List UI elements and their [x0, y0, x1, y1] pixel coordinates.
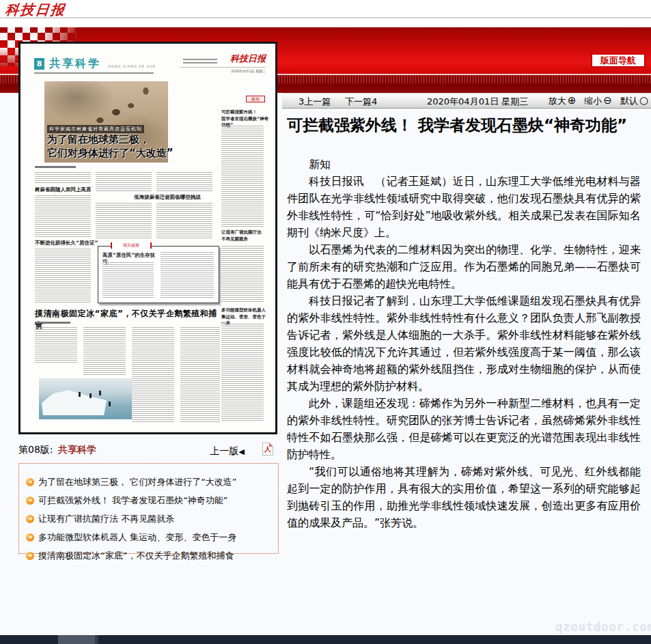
text-placeholder	[83, 327, 126, 375]
thumb-right-tag: 新知	[246, 96, 265, 102]
toolbar-date: 2020年04月01日 星期三	[427, 96, 528, 108]
thumb-section-pinyin: GONG XIANG KE XUE	[108, 64, 156, 68]
penguins-photo	[39, 378, 132, 419]
edition-info-row: 第08版: 共享科学 上一版◀ 人	[18, 443, 280, 459]
text-placeholder	[35, 172, 91, 184]
article-paragraph: 科技日报记者了解到，山东理工大学低维课题组发现石墨炔具有优异的紫外非线性特性。紫…	[287, 292, 641, 395]
zoom-in-label: 放大	[549, 95, 566, 107]
text-placeholder	[180, 327, 220, 423]
zoom-out-icon: ⊖	[603, 96, 612, 106]
thumb-masthead-rule	[34, 72, 154, 74]
list-arrow-icon: ➜	[26, 478, 34, 486]
article-list-item[interactable]: ➜ 摸清南极固定冰“家底”，不仅关乎企鹅繁殖和捕食	[26, 546, 278, 565]
article-list-box: ➜ 为了留在地球第三极， 它们对身体进行了“大改造” ➜ 可拦截强紫外线！ 我学…	[18, 463, 279, 554]
list-arrow-icon: ➜	[26, 496, 34, 505]
zoom-in-button[interactable]: 放大 ⊕	[549, 95, 577, 107]
thumb-byline	[35, 322, 70, 324]
default-size-button[interactable]: 默认 ○	[620, 95, 648, 107]
default-size-label: 默认	[620, 95, 638, 107]
text-placeholder	[35, 327, 77, 363]
thumb-subheading-2: 低海拔麻雀迁徙面临哪些挑战	[116, 194, 219, 201]
bottom-bar-segment	[95, 635, 98, 644]
text-placeholder	[35, 249, 91, 303]
list-arrow-icon: ➜	[26, 515, 34, 523]
article-paragraph: 此外，课题组还发现：碲烯作为另外一种新型二维材料，也具有一定的紫外非线性特性。研…	[287, 395, 641, 463]
text-placeholder	[221, 126, 264, 227]
zoom-out-label: 缩小	[584, 95, 602, 107]
article-paragraph: “我们可以通俗地将其理解为，碲烯对紫外线、可见光、红外线都能起到一定的防护作用，…	[287, 463, 641, 531]
article-paragraph: 以石墨烯为代表的二维材料因为突出的物理、化学、生物特性，迎来了前所未有的研究热潮…	[287, 241, 641, 292]
thumb-contact-line	[183, 62, 217, 64]
text-placeholder	[35, 195, 91, 238]
text-placeholder	[132, 327, 174, 423]
thumb-right-heading-2: 不再见菌就杀	[221, 236, 266, 242]
article-link: 多功能微型软体机器人 集运动、变形、变色于一身	[38, 531, 236, 544]
list-arrow-icon: ➜	[26, 533, 34, 542]
article-list-item[interactable]: ➜ 为了留在地球第三极， 它们对身体进行了“大改造”	[26, 473, 278, 491]
thumb-main-headline-line2: 它们对身体进行了“大改造”	[47, 147, 174, 160]
thumb-page-number: 8	[34, 58, 44, 70]
pdf-icon[interactable]: 人	[262, 443, 273, 456]
thumb-masthead-logo: 科技日报	[230, 53, 266, 65]
next-article-button[interactable]: 下一篇4	[345, 96, 377, 108]
article-toolbar: 3上一篇 下一篇4 2020年04月01日 星期三 放大 ⊕ 缩小 ⊖ 默认 ○	[282, 93, 651, 109]
article-link: 为了留在地球第三极， 它们对身体进行了“大改造”	[38, 476, 237, 488]
prev-edition-label: 上一版	[210, 445, 239, 456]
newspaper-page-thumbnail[interactable]: 8 共享科学 GONG XIANG KE XUE 科技日报 2020年4月1日 …	[18, 42, 277, 434]
text-placeholder	[161, 252, 214, 298]
article-body: 可拦截强紫外线！ 我学者发现石墨炔“神奇功能” 新知 科技日报讯 （记者王延斌）…	[287, 116, 641, 531]
thumb-contact-line	[183, 59, 217, 60]
prev-edition-arrow-icon: ◀	[239, 447, 245, 456]
article-list-item[interactable]: ➜ 多功能微型软体机器人 集运动、变形、变色于一身	[26, 528, 278, 546]
bottom-bar	[0, 635, 651, 644]
edition-name-link[interactable]: 共享科学	[58, 444, 96, 456]
thumb-section-title: 共享科学	[49, 57, 101, 71]
thumb-related-tag: 相关链接	[111, 242, 152, 249]
text-placeholder	[156, 172, 212, 191]
article-list-item[interactable]: ➜ 可拦截强紫外线！ 我学者发现石墨炔“神奇功能”	[26, 491, 278, 509]
thumb-subheading-3: 不断进化获得长久“居住证”	[35, 240, 103, 247]
text-placeholder	[221, 324, 264, 422]
watermark: qzoutdoor.com	[555, 620, 651, 634]
thumb-right-heading-3: 多功能微型软体机器人	[221, 307, 266, 313]
thumb-right-heading-1: 可拦截强紫外线！	[221, 109, 266, 115]
thumb-subheading-1: 树麻雀跟随人类同上高原	[35, 186, 98, 193]
zoom-out-button[interactable]: 缩小 ⊖	[584, 95, 612, 107]
prev-edition-link[interactable]: 上一版◀	[210, 445, 245, 458]
text-placeholder	[156, 203, 212, 238]
text-placeholder	[221, 246, 264, 302]
thumb-masthead-date: 2020年4月1日 星期三	[180, 67, 266, 73]
thumb-byline	[35, 166, 76, 168]
top-header: 科技日报	[0, 0, 651, 18]
list-arrow-icon: ➜	[26, 552, 34, 560]
text-placeholder	[102, 262, 154, 298]
text-placeholder	[96, 203, 152, 238]
bottom-bar-segment	[58, 635, 95, 644]
page-navigation-button[interactable]: 版面导航	[591, 53, 646, 68]
thumb-kicker: 科学家揭示树麻雀对青藏高原适应机制	[47, 125, 144, 133]
default-size-icon: ○	[639, 96, 648, 106]
site-logo[interactable]: 科技日报	[5, 1, 67, 19]
article-link: 让现有广谱抗菌疗法 不再见菌就杀	[38, 513, 174, 525]
article-link: 摸清南极固定冰“家底”，不仅关乎企鹅繁殖和捕食	[38, 550, 234, 562]
text-placeholder	[96, 172, 152, 191]
article-paragraph: 科技日报讯 （记者王延斌）近日，山东理工大学低维光电材料与器件团队在光学非线性领…	[287, 173, 641, 241]
article-link: 可拦截强紫外线！ 我学者发现石墨炔“神奇功能”	[38, 494, 228, 507]
thumb-main-headline-line1: 为了留在地球第三极，	[47, 133, 150, 146]
article-tag: 新知	[287, 156, 641, 173]
edition-label: 第08版:	[18, 444, 53, 456]
article-list-item[interactable]: ➜ 让现有广谱抗菌疗法 不再见菌就杀	[26, 509, 278, 528]
prev-article-button[interactable]: 3上一篇	[299, 96, 331, 108]
zoom-in-icon: ⊕	[568, 96, 577, 106]
thumb-right-heading-2: 让现有广谱抗菌疗法	[221, 229, 266, 236]
article-title: 可拦截强紫外线！ 我学者发现石墨炔“神奇功能”	[287, 116, 641, 135]
